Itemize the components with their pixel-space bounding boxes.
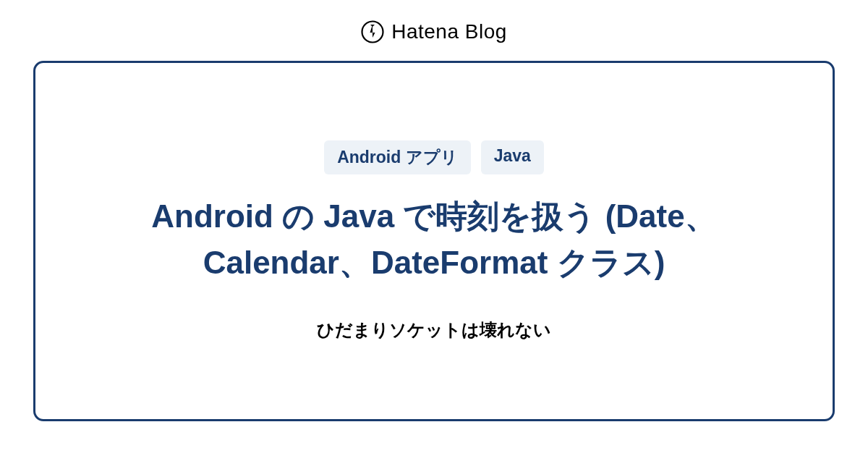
blog-name: ひだまりソケットは壊れない: [317, 318, 551, 342]
header: Hatena Blog: [361, 0, 507, 61]
hatena-logo-icon: [361, 20, 384, 43]
article-title: Android の Java で時刻を扱う (Date、Calendar、Dat…: [101, 193, 767, 286]
brand-text: Hatena Blog: [391, 20, 507, 43]
tag: Android アプリ: [324, 140, 471, 174]
article-card: Android アプリ Java Android の Java で時刻を扱う (…: [33, 61, 835, 421]
tag: Java: [481, 140, 544, 174]
tag-list: Android アプリ Java: [324, 140, 544, 174]
